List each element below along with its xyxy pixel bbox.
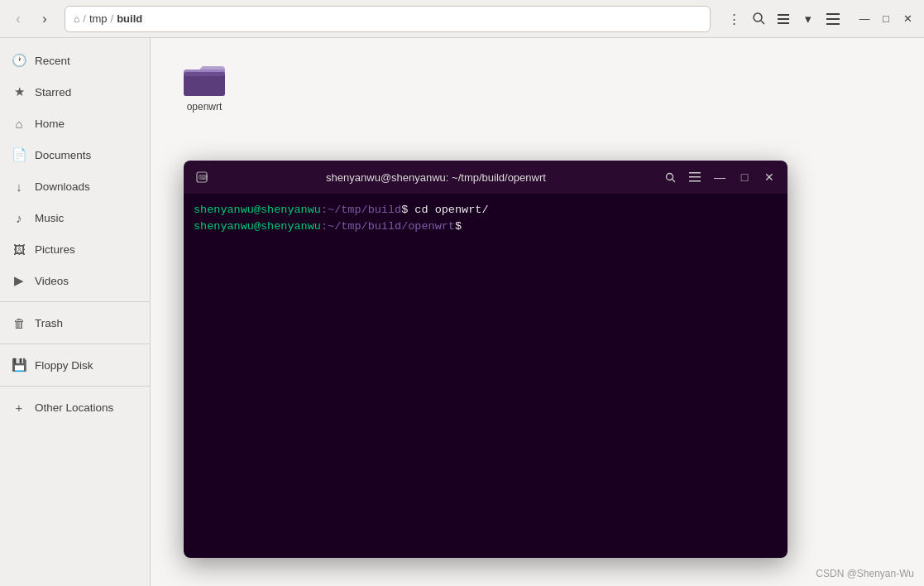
term-dollar-2: $	[455, 220, 462, 233]
sidebar-section-drives: 💾 Floppy Disk	[0, 349, 150, 381]
view-list-button[interactable]	[772, 7, 795, 31]
term-user-2: shenyanwu@shenyanwu	[194, 220, 321, 233]
terminal-body[interactable]: shenyanwu@shenyanwu:~/tmp/build$ cd open…	[184, 194, 788, 558]
sidebar-section-bookmarks: 🕐 Recent ★ Starred ⌂ Home 📄 Documents ↓	[0, 45, 150, 296]
recent-icon: 🕐	[12, 53, 26, 68]
terminal-window-controls: — □ ✕	[658, 166, 781, 189]
svg-rect-2	[778, 14, 789, 16]
sidebar-label-other-locations: Other Locations	[35, 401, 113, 414]
home-nav-icon: ⌂	[12, 117, 26, 131]
sidebar-item-documents[interactable]: 📄 Documents	[0, 139, 150, 171]
svg-text:⌨: ⌨	[199, 174, 208, 181]
minimize-button[interactable]: —	[855, 9, 874, 29]
term-user-1: shenyanwu@shenyanwu	[194, 204, 321, 216]
videos-icon: ▶	[12, 273, 26, 288]
sidebar-item-music[interactable]: ♪ Music	[0, 202, 150, 233]
terminal-menu-icon	[689, 172, 701, 182]
music-icon: ♪	[12, 211, 26, 225]
sidebar-item-recent[interactable]: 🕐 Recent	[0, 45, 150, 76]
terminal-menu-button[interactable]	[683, 166, 706, 189]
terminal-content: shenyanwu@shenyanwu:~/tmp/build$ cd open…	[194, 202, 778, 236]
close-button[interactable]: ✕	[898, 9, 917, 29]
sidebar-label-videos: Videos	[35, 275, 69, 287]
folder-label: openwrt	[187, 101, 223, 113]
sidebar-item-pictures[interactable]: 🖼 Pictures	[0, 233, 150, 265]
nav-forward-button[interactable]: ›	[33, 7, 56, 31]
terminal-icon-button[interactable]: ⌨	[190, 166, 213, 189]
sidebar-item-floppy[interactable]: 💾 Floppy Disk	[0, 349, 150, 381]
svg-line-1	[761, 21, 764, 24]
sidebar-item-downloads[interactable]: ↓ Downloads	[0, 171, 150, 202]
sidebar-item-trash[interactable]: 🗑 Trash	[0, 307, 150, 339]
floppy-icon: 💾	[12, 358, 26, 372]
sidebar-item-other-locations[interactable]: + Other Locations	[0, 391, 150, 423]
sidebar-section-devices: 🗑 Trash	[0, 307, 150, 339]
svg-rect-5	[826, 13, 840, 15]
svg-rect-6	[826, 18, 840, 20]
sidebar-label-recent: Recent	[35, 55, 70, 67]
file-manager-window: ‹ › ⌂ / tmp / build ⋮	[0, 0, 924, 586]
home-icon: ⌂	[74, 13, 79, 25]
terminal-icon: ⌨	[196, 171, 208, 183]
window-controls: — □ ✕	[855, 9, 917, 29]
svg-point-0	[754, 13, 762, 22]
svg-rect-4	[778, 22, 789, 24]
terminal-titlebar: ⌨ shenyanwu@shenyanwu: ~/tmp/build/openw…	[184, 161, 788, 194]
sidebar-label-downloads: Downloads	[35, 180, 90, 193]
nav-back-button[interactable]: ‹	[7, 7, 30, 31]
search-button[interactable]	[747, 7, 770, 31]
terminal-minimize-button[interactable]: —	[708, 166, 731, 189]
terminal-title: shenyanwu@shenyanwu: ~/tmp/build/openwrt	[213, 171, 658, 184]
terminal-maximize-button[interactable]: □	[733, 166, 756, 189]
sidebar-item-home[interactable]: ⌂ Home	[0, 108, 150, 139]
svg-rect-10	[184, 72, 225, 76]
documents-icon: 📄	[12, 147, 26, 162]
overflow-menu-button[interactable]: ⋮	[722, 7, 745, 31]
address-build: build	[117, 12, 142, 25]
sidebar-divider-1	[0, 301, 150, 302]
sidebar-label-floppy: Floppy Disk	[35, 359, 93, 372]
sidebar-label-music: Music	[35, 212, 64, 224]
terminal-search-icon	[665, 172, 676, 183]
folder-openwrt[interactable]: openwrt	[167, 55, 242, 119]
pictures-icon: 🖼	[12, 243, 26, 257]
address-bar[interactable]: ⌂ / tmp / build	[65, 6, 711, 32]
sidebar-label-trash: Trash	[35, 317, 63, 329]
sidebar-section-other: + Other Locations	[0, 391, 150, 423]
terminal-window: ⌨ shenyanwu@shenyanwu: ~/tmp/build/openw…	[184, 161, 788, 558]
term-path-1: :~/tmp/build	[321, 204, 401, 216]
term-cmd-1: cd openwrt/	[408, 204, 488, 216]
svg-rect-16	[689, 176, 701, 178]
term-path-2: :~/tmp/build/openwrt	[321, 220, 455, 233]
svg-rect-17	[689, 180, 701, 182]
svg-rect-3	[778, 18, 789, 20]
sidebar-label-starred: Starred	[35, 86, 71, 98]
trash-icon: 🗑	[12, 316, 26, 330]
terminal-titlebar-left: ⌨	[190, 166, 213, 189]
terminal-line-1: shenyanwu@shenyanwu:~/tmp/build$ cd open…	[194, 202, 778, 219]
sidebar: 🕐 Recent ★ Starred ⌂ Home 📄 Documents ↓	[0, 38, 151, 586]
sidebar-divider-2	[0, 343, 150, 344]
svg-point-13	[666, 173, 673, 180]
fm-body: 🕐 Recent ★ Starred ⌂ Home 📄 Documents ↓	[0, 38, 924, 586]
address-tmp: tmp	[89, 12, 108, 25]
sidebar-label-documents: Documents	[35, 149, 91, 161]
hamburger-icon	[826, 13, 840, 25]
watermark: CSDN @Shenyan-Wu	[816, 568, 914, 579]
hamburger-menu-button[interactable]	[821, 7, 845, 31]
sidebar-label-pictures: Pictures	[35, 243, 75, 256]
svg-rect-15	[689, 172, 701, 174]
search-icon	[753, 12, 765, 25]
sidebar-item-videos[interactable]: ▶ Videos	[0, 265, 150, 296]
folder-icon	[183, 61, 226, 98]
terminal-line-2: shenyanwu@shenyanwu:~/tmp/build/openwrt$	[194, 219, 778, 235]
titlebar: ‹ › ⌂ / tmp / build ⋮	[0, 0, 924, 38]
terminal-search-button[interactable]	[658, 166, 682, 189]
sidebar-item-starred[interactable]: ★ Starred	[0, 76, 150, 108]
terminal-close-button[interactable]: ✕	[758, 166, 781, 189]
maximize-button[interactable]: □	[876, 9, 896, 29]
sidebar-divider-3	[0, 386, 150, 387]
view-dropdown-button[interactable]: ▾	[797, 7, 820, 31]
list-view-icon	[777, 12, 790, 26]
svg-line-14	[672, 179, 675, 182]
